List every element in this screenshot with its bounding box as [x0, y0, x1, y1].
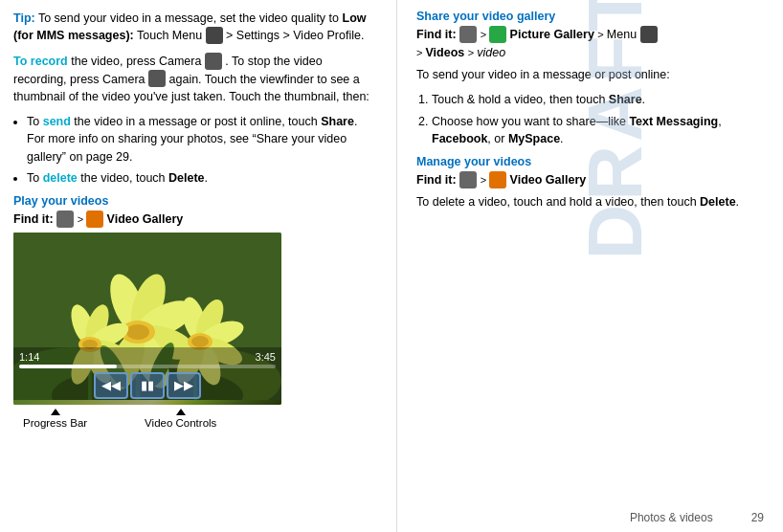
find-it-arrow-left: > — [78, 213, 86, 225]
bullet1-prefix: To — [27, 115, 43, 128]
manage-find-label: Find it: — [416, 173, 457, 187]
progress-bar-label: Progress Bar — [23, 417, 87, 429]
step2-text: Choose how you want to share—like — [432, 115, 629, 128]
svg-point-14 — [126, 324, 149, 340]
camera-icon-1 — [205, 53, 222, 70]
time-start: 1:14 — [19, 351, 39, 363]
home-icon-left — [56, 211, 74, 228]
menu-icon-right — [640, 26, 658, 43]
home-icon-manage — [459, 171, 477, 188]
manage-text-content: To delete a video, touch and hold a vide… — [416, 195, 700, 209]
bullet1-send: send — [43, 115, 71, 128]
play-videos-heading: Play your videos — [13, 194, 377, 208]
progress-fill — [19, 365, 117, 368]
progress-bar-arrow — [51, 409, 60, 415]
send-text: To send your video in a message or post … — [416, 66, 764, 83]
picture-gallery-icon — [489, 26, 506, 43]
bullet-item-delete: To delete the video, touch Delete. — [27, 169, 377, 187]
fast-forward-button[interactable]: ▶▶ — [167, 372, 201, 399]
record-paragraph: To record the video, press Camera . To s… — [13, 53, 377, 106]
video-gallery-icon-manage — [489, 171, 506, 188]
step-1: Touch & hold a video, then touch Share. — [432, 91, 764, 108]
step1-text: Touch & hold a video, then touch — [432, 93, 609, 106]
step2-end: . — [560, 132, 563, 145]
step2-or: , or — [487, 132, 508, 145]
page-container: Tip: To send your video in a message, se… — [0, 0, 783, 532]
tip-paragraph: Tip: To send your video in a message, se… — [13, 10, 377, 45]
step-2: Choose how you want to share—like Text M… — [432, 113, 764, 147]
step1-end: . — [642, 93, 645, 106]
bullet2-text: the video, touch — [78, 171, 168, 185]
manage-find-video: Video Gallery — [510, 173, 587, 187]
tip-text1: To send your video in a message, set the… — [38, 11, 343, 25]
pic-gallery-label: Picture Gallery — [510, 28, 594, 41]
find-it-videos: Videos — [425, 46, 464, 59]
bullet2-prefix: To — [27, 171, 43, 185]
step2-bold1: Text Messaging — [629, 115, 718, 128]
record-text: the video, press Camera — [68, 55, 202, 68]
find-it-label-right: Find it: — [416, 28, 457, 41]
menu-icon — [206, 27, 223, 44]
bullet1-share: Share — [321, 115, 354, 128]
share-steps: Touch & hold a video, then touch Share. … — [432, 91, 764, 147]
step2-comma: , — [718, 115, 721, 128]
svg-point-30 — [191, 336, 209, 347]
bullet-item-send: To send the video in a message or post i… — [27, 113, 377, 165]
home-icon-right — [459, 26, 477, 43]
step1-share: Share — [609, 93, 642, 106]
tip-then: > Settings > Video Profile. — [226, 29, 364, 42]
time-end: 3:45 — [256, 351, 276, 363]
tip-text2: Touch Menu — [134, 29, 202, 42]
right-column: Share your video gallery Find it: > Pict… — [397, 0, 783, 532]
camera-icon-2 — [148, 70, 166, 87]
manage-end: . — [736, 195, 739, 209]
tip-label: Tip: — [13, 11, 35, 25]
progress-track[interactable] — [19, 365, 276, 368]
step2-bold2: Facebook — [432, 132, 487, 145]
find-it-video-italic: video — [477, 46, 505, 59]
video-labels-row: Progress Bar Video Controls — [23, 409, 377, 429]
manage-heading: Manage your videos — [416, 155, 764, 168]
bullet-list: To send the video in a message or post i… — [27, 113, 377, 187]
manage-text: To delete a video, touch and hold a vide… — [416, 193, 764, 211]
manage-delete: Delete — [700, 195, 736, 209]
video-player[interactable]: 1:14 3:45 ◀◀ ▮▮ ▶▶ — [13, 233, 281, 405]
bullet2-delete: delete — [43, 171, 78, 185]
video-controls-arrow — [176, 409, 186, 415]
progress-bar-label-item: Progress Bar — [23, 409, 87, 429]
step2-bold3: MySpace — [508, 132, 560, 145]
find-it-arrow1: > — [481, 29, 489, 40]
video-gallery-icon-left — [86, 211, 103, 228]
find-it-video-left: Video Gallery — [107, 212, 184, 226]
bullet2-end: . — [205, 171, 208, 185]
record-prefix: To record — [13, 55, 68, 68]
page-footer: Photos & videos 29 — [630, 511, 764, 524]
footer-section: Photos & videos — [630, 511, 713, 524]
video-controls-overlay: 1:14 3:45 ◀◀ ▮▮ ▶▶ — [13, 347, 281, 405]
find-it-label-left: Find it: — [13, 212, 54, 226]
pause-button[interactable]: ▮▮ — [130, 372, 165, 399]
share-find-it: Find it: > Picture Gallery > Menu > Vide… — [416, 26, 764, 62]
playback-controls: ◀◀ ▮▮ ▶▶ — [19, 372, 276, 399]
play-find-it: Find it: > Video Gallery — [13, 211, 377, 229]
bullet2-bold: Delete — [168, 171, 205, 185]
video-controls-label-item: Video Controls — [145, 409, 216, 429]
rewind-button[interactable]: ◀◀ — [94, 372, 128, 399]
time-row: 1:14 3:45 — [19, 351, 276, 363]
footer-page: 29 — [751, 511, 764, 524]
left-column: Tip: To send your video in a message, se… — [0, 0, 397, 532]
bullet1-text: the video in a message or post it online… — [71, 115, 321, 128]
share-heading: Share your video gallery — [416, 10, 764, 23]
video-controls-label: Video Controls — [145, 417, 216, 429]
manage-find-it: Find it: > Video Gallery — [416, 171, 764, 189]
